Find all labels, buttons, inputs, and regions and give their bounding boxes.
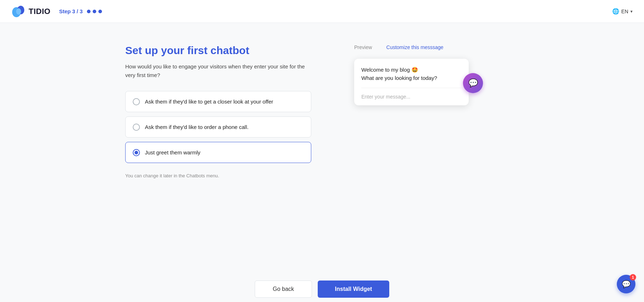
logo: TIDIO (11, 4, 50, 19)
main-content: Set up your first chatbot How would you … (0, 23, 644, 273)
content-wrapper: Set up your first chatbot How would you … (125, 44, 519, 252)
options-list: Ask them if they'd like to get a closer … (125, 91, 311, 163)
globe-icon: 🌐 (612, 8, 619, 15)
notification-badge: 1 (630, 274, 636, 281)
preview-header: Preview Customize this messsage (354, 44, 443, 50)
logo-text: TIDIO (29, 7, 50, 16)
preview-tab[interactable]: Preview (354, 44, 372, 50)
option-item-3[interactable]: Just greet them warmly (125, 142, 311, 163)
option-label-3: Just greet them warmly (145, 149, 200, 156)
chat-bubble: Welcome to my blog 🤩What are you looking… (354, 59, 469, 105)
chat-widget-button[interactable]: 💬 (463, 73, 483, 93)
header-left: TIDIO Step 3 / 3 (11, 4, 102, 19)
chevron-down-icon: ▾ (630, 9, 633, 14)
option-item-1[interactable]: Ask them if they'd like to get a closer … (125, 91, 311, 112)
header: TIDIO Step 3 / 3 🌐 EN ▾ (0, 0, 644, 23)
dot-1 (87, 10, 91, 13)
left-section: Set up your first chatbot How would you … (125, 44, 311, 178)
chat-input-area: Enter your message... (361, 94, 462, 100)
chat-widget-icon: 💬 (468, 78, 478, 88)
page-title: Set up your first chatbot (125, 44, 311, 57)
radio-circle-2 (133, 124, 140, 131)
dot-3 (98, 10, 102, 13)
option-label-1: Ask them if they'd like to get a closer … (145, 98, 273, 105)
option-item-2[interactable]: Ask them if they'd like to order a phone… (125, 116, 311, 138)
chat-input-placeholder[interactable]: Enter your message... (361, 94, 410, 100)
lang-text: EN (621, 9, 628, 14)
dot-2 (93, 10, 96, 13)
option-label-2: Ask them if they'd like to order a phone… (145, 123, 249, 131)
radio-circle-3 (133, 149, 140, 156)
install-widget-button[interactable]: Install Widget (318, 281, 389, 298)
page-description: How would you like to engage your visito… (125, 62, 311, 80)
radio-circle-1 (133, 98, 140, 105)
customize-tab[interactable]: Customize this messsage (386, 44, 444, 50)
chat-message: Welcome to my blog 🤩What are you looking… (361, 66, 462, 88)
step-info: Step 3 / 3 (59, 8, 102, 14)
go-back-button[interactable]: Go back (255, 281, 312, 298)
language-selector[interactable]: 🌐 EN ▾ (612, 8, 633, 15)
hint-text: You can change it later in the Chatbots … (125, 173, 311, 178)
right-section: Preview Customize this messsage Welcome … (354, 44, 497, 105)
step-dots (87, 10, 102, 13)
step-label: Step 3 / 3 (59, 8, 83, 14)
footer: Go back Install Widget (0, 273, 644, 302)
floating-chat-widget[interactable]: 💬 1 (617, 275, 635, 293)
floating-chat-icon: 💬 (622, 280, 631, 288)
logo-icon (11, 4, 26, 19)
chat-preview-container: Welcome to my blog 🤩What are you looking… (354, 59, 483, 105)
svg-point-2 (16, 8, 21, 15)
